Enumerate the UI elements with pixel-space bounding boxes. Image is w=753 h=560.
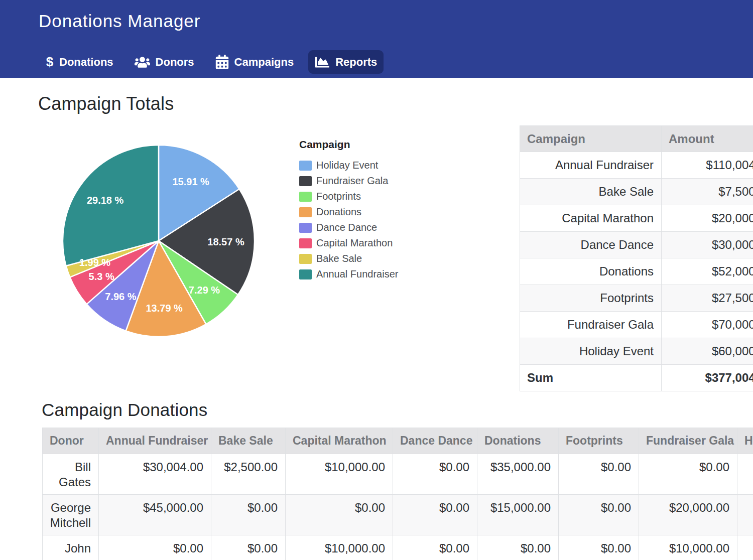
legend-item-footprints[interactable]: Footprints <box>299 189 398 204</box>
nav-tab-label: Donors <box>156 56 194 69</box>
pie-slice-percent-label: 5.3 % <box>89 271 114 282</box>
campaign-total-row: Footprints $27,500.00 <box>520 285 753 312</box>
donation-amount-cell: $0.00 <box>99 535 211 560</box>
column-header-donor: Donor <box>43 428 99 454</box>
campaign-totals-heading: Campaign Totals <box>38 93 174 114</box>
donation-amount-cell: $20,000.00 <box>639 495 737 535</box>
amount-cell: $27,500.00 <box>662 285 753 312</box>
campaign-total-row: Capital Marathon $20,000.00 <box>520 205 753 232</box>
pie-slice-percent-label: 7.96 % <box>105 291 136 302</box>
campaign-totals-table: Campaign Amount Annual Fundraiser $110,0… <box>520 125 753 391</box>
donation-amount-cell: $0.00 <box>211 495 286 535</box>
campaign-total-row: Bake Sale $7,500.00 <box>520 179 753 205</box>
campaign-totals-pie-chart[interactable]: 15.91 %18.57 %7.29 %13.79 %7.96 %5.3 %1.… <box>58 141 259 341</box>
legend-label: Dance Dance <box>316 222 377 233</box>
legend-label: Fundraiser Gala <box>316 175 388 187</box>
campaign-donations-table: DonorAnnual FundraiserBake SaleCapital M… <box>42 428 753 560</box>
amount-cell: $30,000.00 <box>662 232 753 258</box>
donation-amount-cell: $0.00 <box>393 454 477 495</box>
column-header-annual-fundraiser: Annual Fundraiser <box>99 428 211 454</box>
pie-slice-percent-label: 18.57 % <box>207 236 244 247</box>
legend-item-annual-fundraiser[interactable]: Annual Fundraiser <box>299 266 398 282</box>
donation-amount-cell: $0.00 <box>559 495 639 535</box>
nav-tab-campaigns[interactable]: Campaigns <box>209 50 301 74</box>
chart-legend: Campaign Holiday Event Fundraiser Gala F… <box>299 138 398 282</box>
donation-amount-cell: $2,500.00 <box>211 454 286 495</box>
pie-slice-percent-label: 1.99 % <box>79 257 110 268</box>
sum-amount-cell: $377,004.00 <box>662 365 753 391</box>
campaign-total-row: Annual Fundraiser $110,004.00 <box>520 152 753 179</box>
campaign-name-cell: Donations <box>520 258 662 285</box>
users-icon <box>135 56 150 69</box>
legend-swatch <box>299 176 312 186</box>
amount-cell: $70,000.00 <box>662 312 753 338</box>
campaign-total-row: Holiday Event $60,000.00 <box>520 338 753 365</box>
legend-swatch <box>299 238 312 248</box>
campaign-total-row: Dance Dance $30,000.00 <box>520 232 753 258</box>
legend-item-donations[interactable]: Donations <box>299 204 398 220</box>
donation-amount-cell: $0.00 <box>211 535 286 560</box>
donor-name-cell: George Mitchell <box>43 495 99 535</box>
donation-row: George Mitchell $45,000.00$0.00$0.00$0.0… <box>43 495 753 535</box>
donation-amount-cell: $0.00 <box>286 495 393 535</box>
pie-slice-percent-label: 7.29 % <box>189 285 220 296</box>
campaign-name-cell: Capital Marathon <box>520 205 662 232</box>
nav-tab-donations[interactable]: $ Donations <box>39 50 120 74</box>
donation-amount-cell: $10,000.00 <box>286 535 393 560</box>
donation-amount-cell: $30,004.00 <box>99 454 211 495</box>
pie-slice-percent-label: 29.18 % <box>87 195 124 206</box>
sum-row: Sum $377,004.00 <box>520 365 753 391</box>
amount-column-header: Amount <box>662 126 753 152</box>
main-nav: $ Donations Donors Campaigns Reports <box>39 50 384 74</box>
nav-tab-label: Reports <box>335 56 377 69</box>
campaign-name-cell: Annual Fundraiser <box>520 152 662 179</box>
donation-amount-cell: $45,000.00 <box>99 495 211 535</box>
legend-swatch <box>299 269 312 279</box>
donation-amount-cell: $10,000.00 <box>286 454 393 495</box>
campaign-name-cell: Holiday Event <box>520 338 662 365</box>
legend-item-dance-dance[interactable]: Dance Dance <box>299 220 398 235</box>
donation-amount-cell: $0.00 <box>393 535 477 560</box>
donation-row: Bill Gates $30,004.00$2,500.00$10,000.00… <box>43 454 753 495</box>
donation-amount-cell: $0.00 <box>477 535 559 560</box>
nav-tab-label: Campaigns <box>234 56 294 69</box>
legend-title: Campaign <box>299 138 398 151</box>
legend-item-fundraiser-gala[interactable]: Fundraiser Gala <box>299 173 398 189</box>
column-header-capital-marathon: Capital Marathon <box>286 428 393 454</box>
amount-cell: $20,000.00 <box>662 205 753 232</box>
legend-label: Footprints <box>316 191 361 202</box>
nav-tab-donors[interactable]: Donors <box>128 50 201 74</box>
column-header-dance-dance: Dance Dance <box>393 428 477 454</box>
donation-amount-cell: $10,000.00 <box>639 535 737 560</box>
legend-swatch <box>299 223 312 233</box>
column-header-bake-sale: Bake Sale <box>211 428 286 454</box>
campaign-name-cell: Bake Sale <box>520 179 662 205</box>
nav-tab-reports[interactable]: Reports <box>308 50 384 74</box>
column-header-donations: Donations <box>477 428 559 454</box>
app-header: Donations Manager $ Donations Donors Cam… <box>0 0 753 78</box>
pie-slice-percent-label: 15.91 % <box>173 176 210 187</box>
donation-amount-cell: $0.00 <box>559 454 639 495</box>
amount-cell: $52,000.00 <box>662 258 753 285</box>
donation-amount-cell: $15,000.00 <box>477 495 559 535</box>
amount-cell: $7,500.00 <box>662 179 753 205</box>
donation-amount-cell: $0.00 <box>639 454 737 495</box>
donation-amount-cell <box>737 535 753 560</box>
donation-amount-cell <box>737 454 753 495</box>
column-header-holiday-event: Holiday Event <box>737 428 753 454</box>
donation-amount-cell: $0.00 <box>559 535 639 560</box>
legend-label: Holiday Event <box>316 160 378 171</box>
amount-cell: $110,004.00 <box>662 152 753 179</box>
donation-amount-cell: $0.00 <box>393 495 477 535</box>
legend-swatch <box>299 161 312 171</box>
calendar-icon <box>215 55 229 69</box>
campaign-total-row: Fundraiser Gala $70,000.00 <box>520 312 753 338</box>
legend-item-capital-marathon[interactable]: Capital Marathon <box>299 235 398 251</box>
legend-label: Annual Fundraiser <box>316 268 398 280</box>
app-title: Donations Manager <box>39 11 200 31</box>
legend-item-bake-sale[interactable]: Bake Sale <box>299 251 398 266</box>
donor-name-cell: John <box>43 535 99 560</box>
campaign-name-cell: Footprints <box>520 285 662 312</box>
campaign-donations-heading: Campaign Donations <box>42 400 207 420</box>
legend-item-holiday-event[interactable]: Holiday Event <box>299 158 398 173</box>
